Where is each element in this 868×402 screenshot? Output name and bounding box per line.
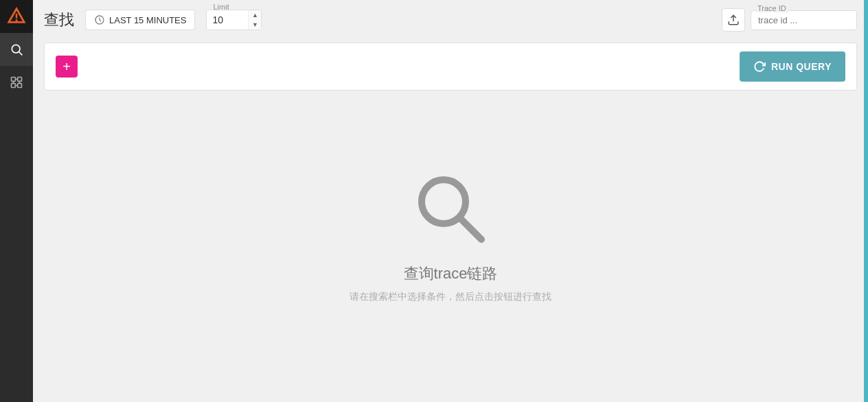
page-title: 查找 [44, 10, 74, 30]
svg-line-16 [460, 218, 481, 239]
main-content: 查找 LAST 15 MINUTES Limit ▲ ▼ [33, 0, 868, 402]
trace-id-container: Trace ID [751, 10, 857, 30]
time-filter-label: LAST 15 MINUTES [109, 15, 186, 25]
limit-up-button[interactable]: ▲ [249, 10, 261, 20]
empty-state: 查询trace链路 请在搜索栏中选择条件，然后点击按钮进行查找 [33, 96, 868, 402]
trace-id-label: Trace ID [756, 4, 788, 12]
svg-rect-6 [18, 78, 22, 82]
add-filter-button[interactable]: + [56, 56, 78, 78]
header-right: Trace ID [722, 8, 857, 32]
run-query-button[interactable]: RUN QUERY [740, 51, 845, 82]
history-icon [94, 14, 105, 25]
accent-bar [864, 0, 868, 402]
svg-rect-5 [12, 78, 16, 82]
svg-point-2 [15, 19, 17, 21]
limit-label: Limit [212, 3, 230, 11]
svg-rect-8 [18, 84, 22, 88]
empty-search-icon [409, 167, 492, 250]
sidebar-item-topology[interactable] [0, 66, 33, 99]
add-filter-icon: + [62, 60, 71, 73]
header: 查找 LAST 15 MINUTES Limit ▲ ▼ [33, 0, 868, 37]
refresh-icon [753, 60, 766, 73]
svg-point-3 [12, 45, 20, 53]
empty-state-title: 查询trace链路 [404, 263, 498, 284]
limit-input-wrapper: ▲ ▼ [206, 10, 262, 30]
svg-line-4 [19, 52, 23, 56]
time-filter-button[interactable]: LAST 15 MINUTES [85, 10, 195, 30]
upload-icon [727, 14, 740, 26]
empty-state-subtitle: 请在搜索栏中选择条件，然后点击按钮进行查找 [350, 291, 551, 303]
limit-container: Limit ▲ ▼ [206, 10, 262, 30]
limit-down-button[interactable]: ▼ [249, 20, 261, 29]
limit-input[interactable] [207, 10, 248, 29]
upload-button[interactable] [722, 8, 745, 32]
header-left: 查找 LAST 15 MINUTES Limit ▲ ▼ [44, 10, 262, 30]
svg-rect-7 [12, 84, 16, 88]
sidebar [0, 0, 33, 402]
sidebar-item-search[interactable] [0, 33, 33, 66]
run-query-label: RUN QUERY [771, 61, 832, 72]
trace-id-input[interactable] [751, 10, 857, 30]
limit-spinners: ▲ ▼ [248, 10, 261, 29]
filter-bar: + RUN QUERY [44, 43, 857, 91]
sidebar-logo [0, 0, 33, 33]
